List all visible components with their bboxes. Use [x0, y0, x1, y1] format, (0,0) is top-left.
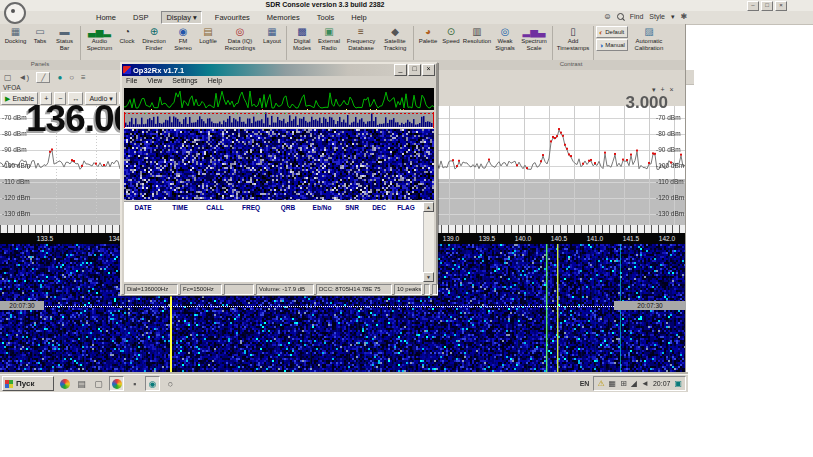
network-tray-icon[interactable]: ▦: [609, 379, 617, 388]
search-icon[interactable]: [617, 13, 624, 20]
start-button[interactable]: Пуск: [2, 376, 54, 391]
frequency-label: 133.5: [31, 235, 59, 242]
browser-quicklaunch-icon[interactable]: [58, 377, 71, 390]
op32rx-minimize-button[interactable]: _: [394, 64, 407, 76]
ribbon-button-direction-finder[interactable]: ⊕Direction Finder: [138, 25, 170, 61]
window-mode-icon[interactable]: ▢: [4, 73, 12, 82]
tab-help[interactable]: Help: [347, 12, 370, 23]
op32rx-decode-list[interactable]: ▼: [124, 212, 434, 282]
op32rx-menu-view[interactable]: View: [147, 77, 162, 86]
chevron-down-icon: ▾: [193, 13, 197, 22]
frequency-readout[interactable]: 136.00: [26, 98, 133, 140]
op32rx-audio-scope[interactable]: [124, 88, 434, 110]
close-button[interactable]: ×: [775, 1, 787, 11]
column-header-time[interactable]: TIME: [162, 204, 198, 211]
slope-button[interactable]: ╱: [36, 72, 50, 83]
volume-tray-icon[interactable]: ◄: [641, 379, 649, 388]
db-scale-label: -80 dBm: [2, 130, 27, 137]
alert-tray-icon[interactable]: ⚠: [597, 379, 604, 388]
restore-button[interactable]: □: [761, 1, 773, 11]
contrast-default-button[interactable]: ◐Default: [596, 26, 628, 38]
mute-icon[interactable]: ◄): [19, 73, 30, 82]
taskbar-clock[interactable]: 20:07: [653, 380, 671, 387]
op32rx-menu-file[interactable]: File: [126, 77, 137, 86]
column-header-call[interactable]: CALL: [198, 204, 232, 211]
contrast-manual-button[interactable]: ◑Manual: [596, 39, 628, 51]
op32rx-task-icon[interactable]: ◉: [145, 376, 160, 391]
app-logo-button[interactable]: [4, 2, 26, 24]
extra-quicklaunch-icon[interactable]: ○: [164, 377, 177, 390]
ribbon-button-spectrum-scale[interactable]: ▂▅▃Spectrum Scale: [518, 25, 550, 61]
ribbon-button-status-bar[interactable]: ▬Status Bar: [51, 25, 78, 61]
op32rx-table-header: DATE TIME CALL FREQ QRB Eb/No SNR DEC FL…: [124, 201, 434, 212]
column-header-freq[interactable]: FREQ: [232, 204, 270, 211]
ribbon-button-speed[interactable]: ⊙Speed: [440, 25, 462, 61]
scroll-down-button[interactable]: ▼: [423, 272, 434, 282]
ribbon-button-resolution[interactable]: ▥Resolution: [462, 25, 492, 61]
ribbon-button-digital-modes[interactable]: ▩Digital Modes: [289, 25, 315, 61]
column-header-flag[interactable]: FLAG: [392, 204, 420, 211]
group-separator: [552, 26, 553, 60]
ribbon-button-tabs[interactable]: ▭Tabs: [29, 25, 51, 61]
db-scale-label: -100 dBm: [2, 162, 30, 169]
folder-quicklaunch-icon[interactable]: ▪: [128, 377, 141, 390]
minimize-button[interactable]: –: [747, 1, 759, 11]
ribbon-button-audio-spectrum[interactable]: ▃▅▂Audio Spectrum: [83, 25, 116, 61]
quick-tools: ⊜ Find Style ▾ ✱: [604, 12, 687, 21]
db-scale-label: -80 dBm: [656, 130, 681, 137]
timestamp-chip-left: 20:07:30: [0, 301, 44, 310]
ribbon-button-frequency-database[interactable]: ≡Frequency Database: [343, 25, 379, 61]
column-header-qrb[interactable]: QRB: [270, 204, 306, 211]
language-indicator[interactable]: EN: [580, 380, 590, 387]
ribbon-button-palette[interactable]: ◕Palette: [416, 25, 440, 61]
find-button[interactable]: Find: [630, 13, 644, 20]
ribbon-button-logfile[interactable]: ▤Logfile: [196, 25, 220, 61]
tab-home[interactable]: Home: [92, 12, 120, 23]
external-radio-icon: ▣: [324, 26, 333, 38]
column-header-snr[interactable]: SNR: [338, 204, 366, 211]
tab-favourites[interactable]: Favourites: [211, 12, 254, 23]
panel-close-icon[interactable]: ×: [670, 86, 674, 94]
ribbon-button-satellite-tracking[interactable]: ◆Satellite Tracking: [379, 25, 411, 61]
op32rx-titlebar[interactable]: Op32Rx v1.7.1 _ □ ×: [122, 64, 436, 76]
op32rx-menu-settings[interactable]: Settings: [172, 77, 197, 86]
ribbon-button-layout[interactable]: ▦Layout: [260, 25, 284, 61]
column-header-date[interactable]: DATE: [124, 204, 162, 211]
ribbon-button-weak-signals[interactable]: ◎Weak Signals: [492, 25, 518, 61]
style-button[interactable]: Style: [649, 13, 665, 20]
spectrum-scale-icon: ▂▅▃: [522, 26, 545, 38]
rf-indicator-icon[interactable]: ●: [57, 73, 62, 82]
ribbon-button-automatic-calibration[interactable]: ▨Automatic Calibration: [628, 25, 670, 61]
tab-tools[interactable]: Tools: [313, 12, 339, 23]
op32rx-waterfall[interactable]: [124, 129, 434, 200]
ribbon-button-clock[interactable]: ◔Clock: [116, 25, 138, 61]
ribbon-button-external-radio[interactable]: ▣External Radio: [315, 25, 343, 61]
device-tray-icon[interactable]: ⊞: [620, 379, 627, 388]
op32rx-maximize-button[interactable]: □: [408, 64, 421, 76]
spectrum-display-right[interactable]: [437, 106, 686, 225]
ring-indicator-icon[interactable]: ○: [69, 73, 74, 82]
ribbon-button-fm-stereo[interactable]: ◉FM Stereo: [170, 25, 196, 61]
op32rx-spectrum-bars[interactable]: [124, 112, 434, 128]
style-chevron-icon[interactable]: ▾: [671, 13, 675, 21]
automatic-calibration-icon: ▨: [644, 26, 653, 38]
tab-memories[interactable]: Memories: [263, 12, 304, 23]
desktop-quicklaunch-icon[interactable]: ▢: [92, 377, 105, 390]
gear-icon[interactable]: ✱: [680, 12, 687, 21]
print-icon[interactable]: ⊜: [604, 12, 611, 21]
op32rx-close-button[interactable]: ×: [422, 64, 435, 76]
media-quicklaunch-icon[interactable]: ▤: [75, 377, 88, 390]
signal-tray-icon[interactable]: ◢: [631, 379, 637, 388]
tab-display[interactable]: Display▾: [161, 11, 201, 24]
display-tray-icon[interactable]: ▣: [674, 379, 682, 388]
options-icon[interactable]: ≡: [81, 73, 86, 82]
scroll-up-button[interactable]: ▲: [423, 202, 434, 212]
column-header-dec[interactable]: DEC: [366, 204, 392, 211]
ribbon-button-data-iq-recordings[interactable]: ◎Data (IQ) Recordings: [220, 25, 260, 61]
tab-dsp[interactable]: DSP: [129, 12, 152, 23]
column-header-ebno[interactable]: Eb/No: [306, 204, 338, 211]
ribbon-button-docking[interactable]: ▦Docking: [2, 25, 29, 61]
ribbon-button-add-timestamps[interactable]: ▯Add Timestamps: [555, 25, 591, 61]
active-app-icon[interactable]: [109, 376, 124, 391]
op32rx-menu-help[interactable]: Help: [208, 77, 222, 86]
